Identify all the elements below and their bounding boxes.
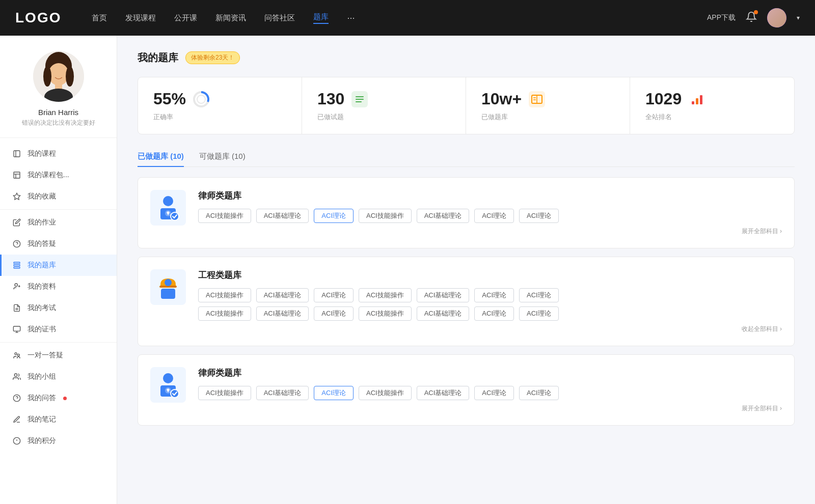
svg-rect-42: [692, 101, 694, 104]
svg-point-3: [43, 66, 51, 87]
nav-links: 首页 发现课程 公开课 新闻资讯 问答社区 题库 ···: [92, 12, 707, 24]
qbank-icon-lawyer-2: [150, 367, 186, 403]
svg-point-45: [163, 196, 173, 206]
tag-0-2[interactable]: ACI理论: [314, 209, 354, 223]
notes-icon: [12, 415, 21, 424]
tag-0-5[interactable]: ACI理论: [474, 209, 514, 223]
expand-btn-2[interactable]: 展开全部科目 ›: [198, 404, 782, 413]
tag-1-r2-5[interactable]: ACI理论: [474, 306, 514, 321]
tag-1-r1-0[interactable]: ACI技能操作: [198, 288, 251, 302]
tag-1-r1-6[interactable]: ACI理论: [519, 288, 559, 302]
qbank-tags-row2-1: ACI技能操作 ACI基础理论 ACI理论 ACI技能操作 ACI基础理论 AC…: [198, 306, 782, 321]
tag-1-r1-4[interactable]: ACI基础理论: [417, 288, 470, 302]
sidebar-item-group[interactable]: 我的小组: [0, 366, 117, 387]
nav-qa[interactable]: 问答社区: [264, 13, 295, 23]
tag-2-3[interactable]: ACI技能操作: [359, 386, 412, 400]
sidebar-label: 我的资料: [28, 282, 56, 291]
svg-point-55: [171, 389, 179, 398]
sidebar-item-my-courses[interactable]: 我的课程: [0, 143, 117, 164]
svg-point-32: [197, 95, 205, 103]
nav-qbank[interactable]: 题库: [313, 12, 329, 24]
tag-0-3[interactable]: ACI技能操作: [359, 209, 412, 223]
qbank-tags-row1-1: ACI技能操作 ACI基础理论 ACI理论 ACI技能操作 ACI基础理论 AC…: [198, 288, 782, 302]
tag-1-r2-2[interactable]: ACI理论: [314, 306, 354, 321]
nav-opencourse[interactable]: 公开课: [174, 13, 197, 23]
tag-2-1[interactable]: ACI基础理论: [256, 386, 309, 400]
svg-rect-44: [700, 95, 702, 104]
sidebar-item-exam[interactable]: 我的考试: [0, 297, 117, 319]
tag-0-6[interactable]: ACI理论: [519, 209, 559, 223]
expand-btn-0[interactable]: 展开全部科目 ›: [198, 227, 782, 236]
one-on-one-icon: [12, 351, 21, 360]
star-icon: [12, 192, 21, 201]
qbank-content-2: 律师类题库 ACI技能操作 ACI基础理论 ACI理论 ACI技能操作 ACI基…: [198, 367, 782, 413]
tag-1-r1-1[interactable]: ACI基础理论: [256, 288, 309, 302]
app-download-btn[interactable]: APP下载: [707, 13, 736, 22]
sidebar-item-favorites[interactable]: 我的收藏: [0, 186, 117, 207]
stat-label-ranking: 全站排名: [645, 113, 779, 122]
qbank-title-1: 工程类题库: [198, 269, 782, 281]
tag-2-0[interactable]: ACI技能操作: [198, 386, 251, 400]
svg-rect-21: [13, 326, 20, 331]
profile-name: Brian Harris: [38, 108, 78, 117]
tag-1-r1-5[interactable]: ACI理论: [474, 288, 514, 302]
course-pack-icon: [12, 171, 21, 180]
profile-chevron-icon[interactable]: ▾: [797, 14, 800, 21]
page-header: 我的题库 体验剩余23天！: [138, 51, 795, 65]
tag-1-r2-0[interactable]: ACI技能操作: [198, 306, 251, 321]
stat-value-banks: 10w+: [481, 90, 522, 108]
sidebar-label: 我的笔记: [28, 415, 56, 424]
sidebar-label: 我的小组: [28, 372, 56, 381]
sidebar-item-certificate[interactable]: 我的证书: [0, 319, 117, 340]
sidebar-label: 我的收藏: [28, 192, 56, 201]
tag-2-2[interactable]: ACI理论: [314, 386, 354, 400]
avatar[interactable]: [767, 8, 786, 27]
sidebar-item-qa[interactable]: 我的答疑: [0, 233, 117, 255]
stat-value-accuracy: 55%: [153, 90, 186, 108]
svg-rect-7: [14, 151, 20, 157]
sidebar-item-qbank[interactable]: 我的题库: [0, 255, 117, 276]
nav-news[interactable]: 新闻资讯: [215, 13, 246, 23]
tag-2-5[interactable]: ACI理论: [474, 386, 514, 400]
tag-1-r2-1[interactable]: ACI基础理论: [256, 306, 309, 321]
notification-dot: [754, 10, 758, 14]
nav-discover[interactable]: 发现课程: [125, 13, 156, 23]
svg-point-52: [163, 373, 173, 383]
tab-done[interactable]: 已做题库 (10): [138, 147, 184, 166]
tag-0-1[interactable]: ACI基础理论: [256, 209, 309, 223]
main-content: 我的题库 体验剩余23天！ 55% 正确率: [117, 36, 815, 504]
tag-1-r1-3[interactable]: ACI技能操作: [359, 288, 412, 302]
stat-label-accuracy: 正确率: [153, 113, 286, 122]
tab-available[interactable]: 可做题库 (10): [199, 147, 246, 166]
nav-more[interactable]: ···: [347, 13, 355, 23]
stat-top-accuracy: 55%: [153, 90, 286, 108]
qbank-card-2: 律师类题库 ACI技能操作 ACI基础理论 ACI理论 ACI技能操作 ACI基…: [138, 354, 795, 426]
tag-2-6[interactable]: ACI理论: [519, 386, 559, 400]
svg-rect-17: [14, 267, 20, 268]
notification-bell[interactable]: [746, 11, 757, 24]
sidebar-item-notes[interactable]: 我的笔记: [0, 409, 117, 430]
tag-0-4[interactable]: ACI基础理论: [417, 209, 470, 223]
svg-point-2: [48, 63, 69, 86]
qbank-content-0: 律师类题库 ACI技能操作 ACI基础理论 ACI理论 ACI技能操作 ACI基…: [198, 190, 782, 236]
tabs-row: 已做题库 (10) 可做题库 (10): [138, 147, 795, 167]
tag-1-r1-2[interactable]: ACI理论: [314, 288, 354, 302]
tag-1-r2-4[interactable]: ACI基础理论: [417, 306, 470, 321]
stat-value-ranking: 1029: [645, 90, 682, 108]
sidebar-item-points[interactable]: 我的积分: [0, 430, 117, 452]
tag-0-0[interactable]: ACI技能操作: [198, 209, 251, 223]
sidebar-item-homework[interactable]: 我的作业: [0, 212, 117, 233]
logo: LOGO: [15, 10, 61, 26]
collapse-btn-1[interactable]: 收起全部科目 ›: [198, 325, 782, 333]
tag-1-r2-3[interactable]: ACI技能操作: [359, 306, 412, 321]
sidebar-item-course-pack[interactable]: 我的课程包...: [0, 164, 117, 186]
tag-2-4[interactable]: ACI基础理论: [417, 386, 470, 400]
tag-1-r2-6[interactable]: ACI理论: [519, 306, 559, 321]
sidebar-label: 我的证书: [28, 325, 56, 334]
sidebar-label: 我的作业: [28, 218, 56, 227]
sidebar-item-my-qa[interactable]: 我的问答: [0, 387, 117, 409]
sidebar-item-material[interactable]: 我的资料: [0, 276, 117, 297]
sidebar-item-one-on-one[interactable]: 一对一答疑: [0, 345, 117, 366]
nav-home[interactable]: 首页: [92, 13, 107, 23]
stat-top-ranking: 1029: [645, 90, 779, 108]
